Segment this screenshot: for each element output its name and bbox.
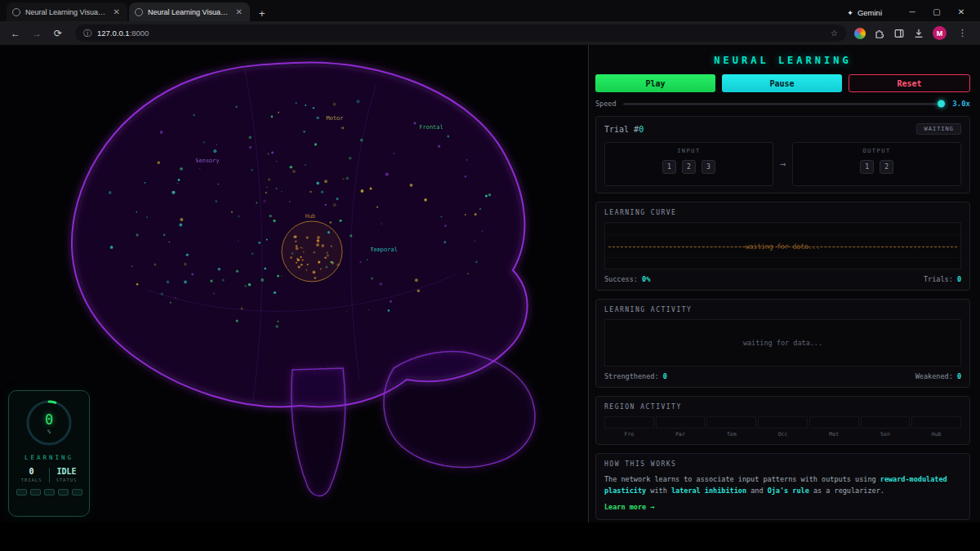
region-bar-fro: [604, 416, 654, 429]
activity-placeholder-text: waiting for data...: [743, 339, 822, 347]
trial-card: Trial #0 WAITING INPUT 1 2 3 → OUTPUT 1: [595, 116, 970, 193]
learn-more-link[interactable]: Learn more →: [604, 503, 654, 511]
region-activity-card: REGION ACTIVITY Fro Par Tem Occ Mot Sen …: [595, 396, 970, 445]
status-label: STATUS: [56, 478, 78, 482]
browser-tab-active[interactable]: Neural Learning Visualization ✕: [129, 2, 250, 21]
trials-footer-value: 0: [957, 275, 961, 283]
term-oja-rule: Oja's rule: [768, 487, 809, 495]
region-label: Fro: [604, 431, 654, 438]
region-bar-par: [656, 416, 706, 429]
gemini-button[interactable]: ✦ Gemini: [847, 8, 882, 17]
hud-stats: 0 TRIALS IDLE STATUS: [21, 467, 78, 482]
input-node-2[interactable]: 2: [682, 160, 696, 174]
how-this-works-card: HOW THIS WORKS The network learns to ass…: [595, 453, 970, 520]
url-text: 127.0.0.1:8000: [97, 29, 149, 38]
region-activity-title: REGION ACTIVITY: [604, 403, 961, 411]
minimize-button[interactable]: ─: [900, 7, 924, 21]
tab-favicon-icon: [12, 8, 20, 16]
back-button[interactable]: ←: [7, 28, 24, 39]
input-box: INPUT 1 2 3: [604, 142, 773, 186]
progress-cell: [72, 489, 82, 495]
strengthened-value: 0: [663, 372, 667, 380]
brain-region-label: Frontal: [419, 124, 443, 131]
brain-visualization[interactable]: MotorFrontalSensoryHubTemporal 0 % LEARN…: [0, 45, 589, 522]
region-label: Mot: [809, 431, 859, 438]
tab-strip: Neural Learning Visualization ✕ Neural L…: [0, 0, 980, 21]
maximize-button[interactable]: ▢: [924, 7, 949, 21]
page-content: MotorFrontalSensoryHubTemporal 0 % LEARN…: [0, 45, 980, 522]
trials-count: 0: [29, 467, 34, 476]
speed-control: Speed 3.0x: [595, 100, 970, 108]
output-node-1[interactable]: 1: [860, 160, 874, 174]
hud-progress-cells: [16, 489, 82, 495]
success-label: Success:: [604, 275, 638, 283]
how-this-works-title: HOW THIS WORKS: [604, 460, 961, 468]
forward-button[interactable]: →: [28, 28, 46, 39]
learning-curve-card: LEARNING CURVE waiting for data... Succe…: [595, 202, 970, 291]
speed-slider-knob[interactable]: [938, 100, 945, 108]
learning-activity-card: LEARNING ACTIVITY waiting for data... St…: [595, 299, 970, 388]
how-this-works-text: The network learns to associate input pa…: [604, 473, 961, 496]
curve-placeholder-text: waiting for data...: [605, 243, 960, 251]
new-tab-button[interactable]: +: [252, 7, 273, 21]
reload-button[interactable]: ⟳: [49, 28, 67, 39]
trial-label: Trial #0: [604, 125, 644, 134]
download-icon[interactable]: [913, 28, 924, 39]
output-node-2[interactable]: 2: [880, 160, 893, 174]
learning-percent-unit: %: [47, 429, 51, 435]
tab-close-icon[interactable]: ✕: [112, 7, 122, 16]
region-bars: Fro Par Tem Occ Mot Sen Hub: [604, 416, 961, 438]
trials-footer-label: Trials:: [924, 275, 953, 283]
input-node-1[interactable]: 1: [662, 160, 676, 174]
profile-avatar[interactable]: M: [933, 26, 947, 40]
region-label: Par: [656, 431, 706, 438]
output-label: OUTPUT: [862, 148, 890, 154]
browser-tab-inactive[interactable]: Neural Learning Visualization ✕: [7, 2, 127, 21]
brain-region-label: Temporal: [370, 247, 398, 253]
speed-label: Speed: [595, 100, 617, 108]
tab-title: Neural Learning Visualization: [148, 8, 229, 16]
region-bar-sen: [861, 416, 911, 429]
region-bar-tem: [706, 416, 756, 429]
region-bar-mot: [809, 416, 859, 429]
brain-region-label: Motor: [326, 115, 343, 122]
pause-button[interactable]: Pause: [722, 74, 842, 92]
address-bar[interactable]: ⓘ 127.0.0.1:8000 ☆: [75, 24, 846, 42]
control-panel: NEURAL LEARNING Play Pause Reset Speed 3…: [589, 45, 980, 522]
learning-activity-chart: waiting for data...: [604, 319, 961, 367]
io-arrow-icon: →: [780, 158, 786, 170]
success-value: 0%: [642, 275, 650, 283]
color-wheel-icon[interactable]: [854, 28, 866, 39]
learning-gauge: 0 %: [24, 398, 74, 448]
progress-cell: [58, 489, 69, 495]
toolbar-icons: M ⋮: [854, 26, 970, 40]
hub-highlight-ring: [282, 221, 342, 282]
term-lateral-inhibition: lateral inhibition: [671, 487, 746, 495]
tab-title: Neural Learning Visualization: [25, 8, 107, 16]
learning-activity-title: LEARNING ACTIVITY: [604, 306, 961, 313]
side-panel-icon[interactable]: [893, 28, 905, 39]
reset-button[interactable]: Reset: [849, 74, 970, 92]
close-window-button[interactable]: ✕: [949, 7, 973, 21]
learning-percent-value: 0: [45, 411, 53, 428]
site-info-icon[interactable]: ⓘ: [83, 28, 91, 39]
output-box: OUTPUT 1 2: [792, 142, 961, 186]
region-label: Hub: [911, 431, 961, 438]
tab-close-icon[interactable]: ✕: [234, 7, 244, 16]
speed-slider[interactable]: [623, 103, 947, 105]
progress-cell: [16, 489, 27, 495]
bookmark-star-icon[interactable]: ☆: [831, 29, 838, 38]
strengthened-label: Strengthened:: [604, 372, 659, 380]
status-value: IDLE: [56, 467, 76, 476]
gemini-label: Gemini: [858, 8, 882, 17]
brain-region-label: Hub: [305, 213, 316, 220]
input-node-3[interactable]: 3: [702, 160, 715, 174]
extensions-icon[interactable]: [874, 28, 885, 39]
region-label: Tem: [706, 431, 756, 438]
region-label: Sen: [861, 431, 911, 438]
hud-title: LEARNING: [24, 454, 74, 461]
page-title: NEURAL LEARNING: [595, 55, 970, 66]
browser-menu-icon[interactable]: ⋮: [955, 28, 970, 38]
play-button[interactable]: Play: [595, 74, 715, 92]
browser-toolbar: ← → ⟳ ⓘ 127.0.0.1:8000 ☆ M ⋮: [0, 21, 980, 45]
